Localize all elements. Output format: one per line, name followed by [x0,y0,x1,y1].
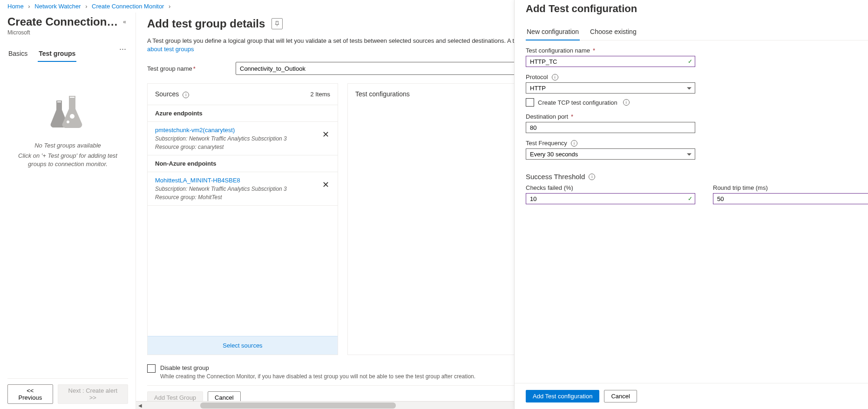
frequency-select[interactable]: Every 30 seconds [526,148,695,160]
left-footer: << Previous Next : Create alert >> [7,378,128,409]
pin-icon[interactable] [271,18,283,29]
center-title: Add test group details [147,17,265,30]
left-tabs: Basics Test groups [7,47,76,62]
add-test-configuration-button[interactable]: Add Test configuration [526,390,599,402]
checks-failed-input[interactable] [526,193,695,204]
protocol-select[interactable]: HTTP [526,82,695,94]
sources-title: Sources i [155,90,189,98]
info-icon[interactable]: i [623,99,630,106]
tab-choose-existing[interactable]: Choose existing [589,24,637,40]
success-threshold-heading: Success Threshold i [526,173,868,181]
breadcrumb-sep-icon: › [169,3,170,10]
disable-label: Disable test group [160,364,475,371]
rtt-input[interactable] [713,193,868,204]
svg-point-0 [70,114,75,119]
left-panel: Create Connection… « Microsoft Basics Te… [0,13,136,409]
disable-subtext: While creating the Connection Monitor, i… [160,373,475,380]
empty-line1: No Test groups available [34,141,101,150]
info-icon[interactable]: i [571,140,577,147]
check-icon: ✓ [688,195,692,202]
tcp-checkbox[interactable] [526,98,534,107]
endpoint-subscription: Subscription: Network Traffic Analytics … [155,135,318,142]
breadcrumb-create-monitor[interactable]: Create Connection Monitor [92,3,164,10]
endpoint-subscription: Subscription: Network Traffic Analytics … [155,186,318,192]
sources-count: 2 Items [310,91,330,98]
previous-button[interactable]: << Previous [7,384,53,404]
remove-endpoint-icon[interactable]: ✕ [318,127,330,139]
config-name-input[interactable] [526,56,695,67]
sources-box: Sources i 2 Items Azure endpoints pmtest… [147,83,338,355]
info-icon[interactable]: i [552,74,558,80]
right-panel-title: Add Test configuration [526,3,868,15]
svg-point-1 [67,121,69,123]
right-panel: Add Test configuration New configuration… [514,0,868,409]
config-name-label: Test configuration name* [526,47,695,54]
breadcrumb-network-watcher[interactable]: Network Watcher [34,3,81,10]
endpoint-item: MohittestLA_MININT-HB4SBE8 Subscription:… [148,172,338,206]
check-icon: ✓ [688,58,692,65]
non-azure-endpoints-header: Non-Azure endpoints [148,155,338,172]
endpoint-resource-group: Resource group: MohitTest [155,194,318,201]
empty-line2: Click on '+ Test group' for adding test … [14,152,122,168]
flask-icon [45,95,91,132]
scroll-left-icon[interactable]: ◀ [136,402,144,409]
page-subtitle: Microsoft [7,29,128,36]
endpoint-name-link[interactable]: MohittestLA_MININT-HB4SBE8 [155,177,318,184]
endpoint-name-link[interactable]: pmtestchunk-vm2(canarytest) [155,127,318,134]
endpoint-item: pmtestchunk-vm2(canarytest) Subscription… [148,122,338,155]
breadcrumb-home[interactable]: Home [7,3,24,10]
frequency-label: Test Frequency i [526,140,695,147]
empty-state: No Test groups available Click on '+ Tes… [7,95,128,378]
endpoint-resource-group: Resource group: canarytest [155,144,318,150]
tab-test-groups[interactable]: Test groups [38,47,76,62]
tcp-checkbox-label: Create TCP test configuration [538,99,617,106]
next-button: Next : Create alert >> [58,384,128,404]
collapse-icon[interactable]: « [121,17,128,27]
page-title: Create Connection… [7,15,118,28]
cancel-button[interactable]: Cancel [604,390,637,402]
info-icon[interactable]: i [183,92,189,98]
more-icon[interactable]: ··· [117,42,128,56]
port-input[interactable] [526,122,695,133]
breadcrumb-sep-icon: › [28,3,30,10]
azure-endpoints-header: Azure endpoints [148,105,338,122]
select-sources-button[interactable]: Select sources [148,336,338,355]
port-label: Destination port* [526,113,695,120]
protocol-label: Protocol i [526,74,695,80]
rtt-label: Round trip time (ms) [713,184,868,191]
disable-checkbox[interactable] [147,364,156,373]
breadcrumb-sep-icon: › [85,3,87,10]
checks-failed-label: Checks failed (%) [526,184,695,191]
remove-endpoint-icon[interactable]: ✕ [318,177,330,189]
tab-basics[interactable]: Basics [7,47,28,62]
right-tabs: New configuration Choose existing [526,24,868,40]
group-name-label: Test group name* [147,65,236,72]
tab-new-configuration[interactable]: New configuration [526,24,580,40]
right-footer: Add Test configuration Cancel [515,383,868,409]
scrollbar-thumb[interactable] [200,402,396,409]
info-icon[interactable]: i [589,174,595,180]
